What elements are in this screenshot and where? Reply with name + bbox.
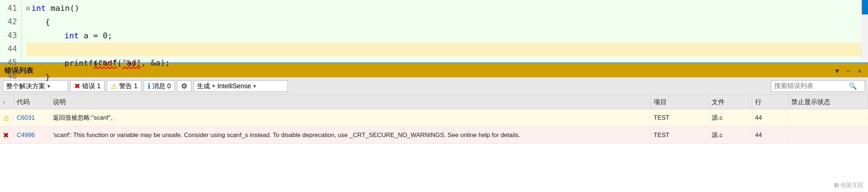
cell-code-warn[interactable]: C6031	[14, 113, 50, 123]
scrollbar[interactable]	[861, 0, 868, 63]
cell-suppress-warn	[788, 116, 868, 119]
table-header: ↕ 代码 说明 项目 文件 行 禁止显示状态	[0, 95, 868, 109]
code-content: ⊟int main() { int a = 0; scanf("%d", &a)…	[22, 0, 861, 63]
cell-desc-error: 'scanf': This function or variable may b…	[50, 129, 651, 141]
col-header-suppress[interactable]: 禁止显示状态	[788, 95, 868, 109]
cell-desc-warn: 返回值被忽略:"scanf"。	[50, 112, 651, 124]
line-numbers: 41 42 43 44 45 46	[0, 0, 22, 63]
cell-icon-error: ✖	[0, 129, 14, 141]
code-brace-close: }	[26, 70, 50, 84]
cell-file-error: 源.c	[709, 129, 752, 141]
sort-icon: ↕	[3, 99, 5, 105]
watermark-icon: ⊛	[834, 181, 839, 189]
error-table: ↕ 代码 说明 项目 文件 行 禁止显示状态 ⚠ C6031 返回值被忽略:"s…	[0, 95, 868, 192]
warning-row-icon: ⚠	[3, 114, 9, 122]
code-text: int a = 0;	[26, 29, 112, 42]
collapse-icon[interactable]: ⊟	[26, 3, 30, 14]
code-line-41: ⊟int main()	[26, 1, 861, 15]
cell-icon-warn: ⚠	[0, 112, 14, 124]
code-line-43: int a = 0;	[26, 29, 861, 43]
watermark-text: 创新互联	[840, 182, 864, 189]
col-header-code[interactable]: 代码	[14, 95, 50, 109]
table-row[interactable]: ⚠ C6031 返回值被忽略:"scanf"。 TEST 源.c 44	[0, 109, 868, 127]
code-text-45: printf("%d", a);	[26, 56, 141, 70]
watermark: ⊛ 创新互联	[834, 181, 864, 189]
error-row-icon: ✖	[3, 131, 9, 140]
col-header-icon: ↕	[0, 95, 14, 109]
cell-file-warn: 源.c	[709, 112, 752, 123]
table-row[interactable]: ✖ C4996 'scanf': This function or variab…	[0, 127, 868, 144]
code-line-44: scanf("%d", &a);	[26, 43, 861, 56]
col-header-line[interactable]: 行	[752, 95, 788, 109]
cell-project-warn: TEST	[651, 113, 709, 123]
cell-line-warn: 44	[752, 113, 788, 123]
code-line-46: }	[26, 70, 861, 84]
cell-line-error: 44	[752, 130, 788, 140]
code-editor: 41 42 43 44 45 46 ⊟int main() { int a = …	[0, 0, 868, 63]
keyword-int: int	[31, 1, 46, 15]
col-header-desc[interactable]: 说明	[50, 95, 651, 109]
code-brace: {	[26, 15, 50, 29]
cell-project-error: TEST	[651, 130, 709, 140]
col-header-project[interactable]: 项目	[651, 95, 709, 109]
cell-suppress-error	[788, 134, 868, 137]
scrollbar-thumb[interactable]	[862, 0, 868, 14]
col-header-file[interactable]: 文件	[709, 95, 752, 109]
code-line-42: {	[26, 15, 861, 29]
cell-code-error[interactable]: C4996	[14, 130, 50, 140]
